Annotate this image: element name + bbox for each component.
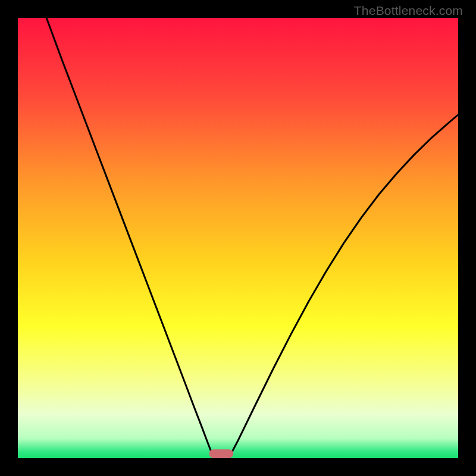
plot-background [18, 18, 458, 458]
bottleneck-chart [0, 0, 476, 476]
chart-frame: TheBottleneck.com [0, 0, 476, 476]
optimum-marker [209, 449, 234, 458]
watermark-text: TheBottleneck.com [354, 4, 463, 18]
